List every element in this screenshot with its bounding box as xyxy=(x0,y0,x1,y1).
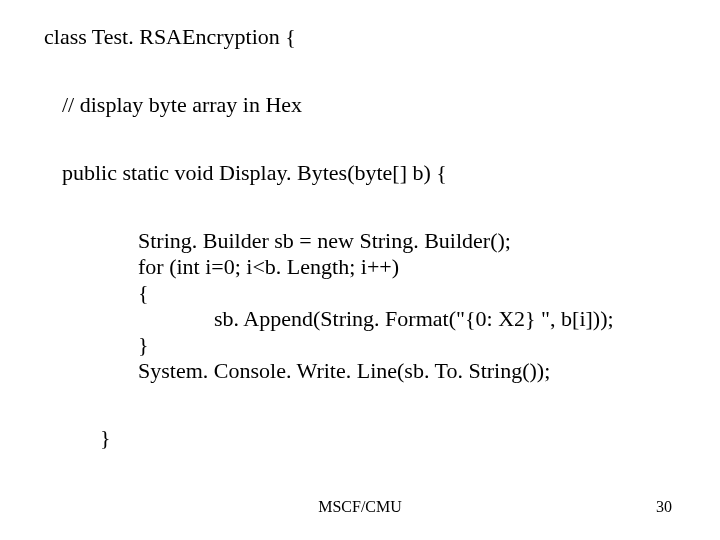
code-class-decl: class Test. RSAEncryption { xyxy=(44,24,296,50)
code-writeline: System. Console. Write. Line(sb. To. Str… xyxy=(138,358,550,384)
slide: class Test. RSAEncryption { // display b… xyxy=(0,0,720,540)
code-open-brace: { xyxy=(138,280,149,306)
code-method-close: } xyxy=(100,425,111,451)
code-comment: // display byte array in Hex xyxy=(62,92,302,118)
code-append-line: sb. Append(String. Format("{0: X2} ", b[… xyxy=(214,306,614,332)
footer-page-number: 30 xyxy=(656,498,672,516)
footer-center: MSCF/CMU xyxy=(0,498,720,516)
code-close-brace: } xyxy=(138,332,149,358)
code-method-sig: public static void Display. Bytes(byte[]… xyxy=(62,160,447,186)
code-sb-decl: String. Builder sb = new String. Builder… xyxy=(138,228,511,254)
code-for-line: for (int i=0; i<b. Length; i++) xyxy=(138,254,399,280)
